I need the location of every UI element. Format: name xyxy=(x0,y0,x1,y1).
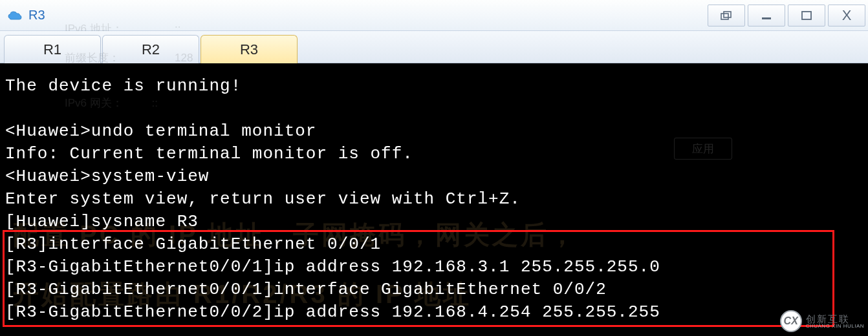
window-close-button[interactable]: X xyxy=(828,5,865,26)
svg-rect-0 xyxy=(721,14,728,19)
watermark: CX 创新互联 CHUANG XIN HULIAN xyxy=(780,310,864,332)
svg-rect-2 xyxy=(762,17,771,19)
tab-r3[interactable]: R3 xyxy=(201,35,298,63)
window-minimize-button[interactable] xyxy=(748,5,785,26)
window-title: R3 xyxy=(28,8,45,23)
tab-label: R2 xyxy=(142,41,160,58)
watermark-icon: CX xyxy=(780,310,802,332)
tab-label: R1 xyxy=(43,41,61,58)
tab-label: R3 xyxy=(240,41,258,58)
window-maximize-button[interactable] xyxy=(788,5,825,26)
svg-rect-1 xyxy=(724,12,731,17)
tab-r2[interactable]: R2 xyxy=(102,35,199,63)
tab-strip: R1 R2 R3 前缀长度： 128 xyxy=(0,31,868,63)
terminal-output[interactable]: The device is running! <Huawei>undo term… xyxy=(0,63,868,336)
watermark-en: CHUANG XIN HULIAN xyxy=(806,324,864,329)
window-restore-button[interactable] xyxy=(708,5,745,26)
title-bar: R3 X xyxy=(0,0,868,31)
svg-rect-3 xyxy=(802,12,811,19)
tab-r1[interactable]: R1 xyxy=(4,35,101,63)
terminal-area: 配置 PC 的 IP 地址，子网掩码，网关之后， 开始配置路由 R1/R2/R3… xyxy=(0,63,868,336)
watermark-zh: 创新互联 xyxy=(806,314,864,324)
app-icon xyxy=(6,9,23,22)
